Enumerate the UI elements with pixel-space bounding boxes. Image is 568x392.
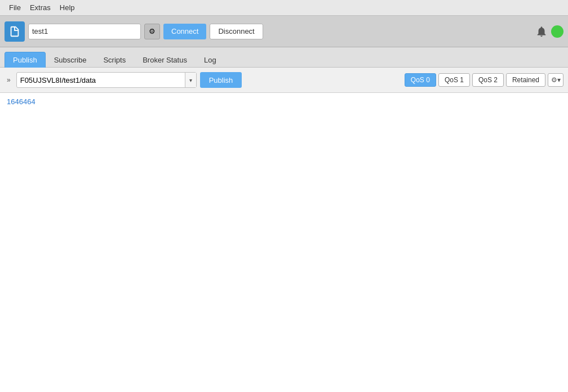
menu-file[interactable]: File	[5, 2, 25, 13]
gear-icon: ⚙	[149, 27, 156, 35]
connection-dropdown[interactable]: test1	[28, 24, 141, 39]
topic-input-wrapper: ▾	[16, 72, 197, 88]
disconnect-button[interactable]: Disconnect	[210, 24, 263, 39]
menu-extras[interactable]: Extras	[25, 2, 55, 13]
menu-bar: File Extras Help	[0, 0, 568, 16]
app-icon[interactable]	[5, 21, 25, 42]
main-panel: » ▾ Publish QoS 0 QoS 1 QoS 2 Retained ⚙…	[0, 68, 568, 392]
menu-help[interactable]: Help	[55, 2, 79, 13]
retained-button[interactable]: Retained	[506, 73, 545, 87]
toolbar: test1 ⚙ Connect Disconnect	[0, 16, 568, 47]
qos1-button[interactable]: QoS 1	[438, 73, 470, 87]
publish-button[interactable]: Publish	[200, 72, 242, 88]
message-value[interactable]: 1646464	[7, 97, 36, 106]
topic-input[interactable]	[17, 76, 185, 84]
content-area: 1646464	[0, 93, 568, 392]
tab-publish[interactable]: Publish	[5, 52, 46, 68]
topic-dropdown-button[interactable]: ▾	[185, 73, 196, 87]
notification-icon[interactable]	[535, 25, 548, 38]
connect-button[interactable]: Connect	[163, 24, 206, 39]
qos-group: QoS 0 QoS 1 QoS 2 Retained ⚙▾	[405, 73, 563, 87]
settings-button[interactable]: ⚙	[144, 24, 160, 39]
qos2-button[interactable]: QoS 2	[472, 73, 504, 87]
connection-selector: test1	[28, 24, 141, 39]
connection-status-indicator	[551, 25, 563, 38]
tab-scripts[interactable]: Scripts	[95, 52, 134, 68]
publish-row: » ▾ Publish QoS 0 QoS 1 QoS 2 Retained ⚙…	[0, 68, 568, 93]
qos0-button[interactable]: QoS 0	[405, 73, 436, 87]
app-container: File Extras Help test1 ⚙ Connect Disconn…	[0, 0, 568, 392]
tab-log[interactable]: Log	[196, 52, 225, 68]
tab-bar: Publish Subscribe Scripts Broker Status …	[0, 47, 568, 68]
tab-broker-status[interactable]: Broker Status	[134, 52, 196, 68]
publish-options-button[interactable]: ⚙▾	[548, 73, 563, 87]
dropdown-arrow-icon: ▾	[189, 77, 192, 83]
expand-arrow-icon[interactable]: »	[5, 76, 13, 84]
options-icon: ⚙▾	[551, 76, 561, 84]
tab-subscribe[interactable]: Subscribe	[46, 52, 95, 68]
